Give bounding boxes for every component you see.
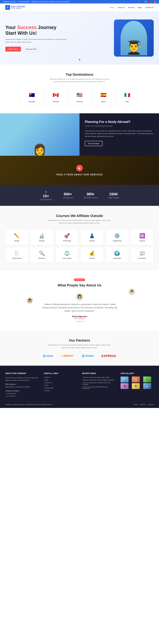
partners-title: Our Partners [5,338,154,342]
biology-icon: 🔬 [32,233,51,238]
course-law-order[interactable]: ⚖️ Law & Order [56,247,78,262]
stat-experience: ✈ 15+ Years Experience [40,190,52,200]
spain-label: Spain [97,100,110,102]
design-label: Design [8,240,26,242]
discover-more-button[interactable]: Discover More [22,47,40,52]
dest-italy[interactable]: 🇮🇹 Italy [116,88,138,105]
footer-nav-home[interactable]: Home [134,404,138,405]
admission-number: 98% [84,192,98,196]
visa-number: 500+ [63,192,73,196]
courses-subtitle: Suspendisse non commodo suspendisse soda… [46,219,112,224]
course-biology[interactable]: 🔬 Biology [30,230,53,245]
logo-text-block: EDU CENTER STUDY ABROAD [11,6,25,10]
play-button[interactable]: ▶ [76,165,83,171]
courses-title: Courses We Affiliate Outside [5,214,154,218]
hero-accent: Success [17,25,36,30]
partners-subtitle: Suspendisse non commodo suspendisse soda… [46,344,112,349]
footer-news: RECENT NEWS Nisl alus duis felis eu pede… [82,372,115,398]
footer-about-title: ABOUT OUR COMPANY [5,372,38,374]
technology-icon: 🚀 [58,233,76,238]
news-item-3[interactable]: How Your Brain May One Day Control Your … [82,382,115,385]
partner-iglobal: 🌐 iGlobal [82,354,94,358]
dest-australia[interactable]: 🇦🇺 Australia [21,88,42,105]
technology-label: Technology [58,240,76,242]
top-bar-contact: info@educentre.com +1 234-567-8124 1000 … [3,1,71,2]
food-inspect-icon: 🍴 [8,250,26,256]
nav-contact[interactable]: Contact Us [145,6,154,8]
dest-spain[interactable]: 🇪🇸 Spain [93,88,114,105]
footer-about: ABOUT OUR COMPANY Id porta at lorem vene… [5,372,38,398]
course-research[interactable]: 🔍 Research [30,247,53,262]
location-pin-icon: 📍 [78,59,81,62]
gallery-thumb-6[interactable]: 🏫 [143,383,151,389]
italy-flag: 🇮🇹 [123,91,131,99]
footer-link-sample[interactable]: Sample Page [44,387,77,389]
youtube-icon[interactable]: ▶ [148,0,150,3]
travel-logo-icon: 🌐 [43,354,46,358]
course-finance[interactable]: 💰 Finance [80,247,104,262]
phone2: (+1) 743-675-57 [5,395,16,397]
footer-office-label: Office Address : 4945 Willne St, Las Veg… [5,383,38,388]
dest-canada[interactable]: 🇨🇦 Canada [45,88,66,105]
gallery-thumb-1[interactable]: 🌊 [120,376,128,382]
nav-services[interactable]: Services [128,6,134,8]
footer-gallery: OUR GALLERY 🌊 🏛️ 🌿 🎓 📚 🏫 [120,372,154,398]
course-fashion[interactable]: 👗 Fashion [80,230,104,245]
canada-flag: 🇨🇦 [52,91,60,99]
linkedin-icon[interactable]: in [151,0,153,3]
course-journalism[interactable]: 📰 Journalism [131,247,154,262]
apply-online-button[interactable]: Apply Online [5,47,21,52]
nav-about[interactable]: About Us [118,6,125,8]
dest-america[interactable]: 🇺🇸 America [69,88,90,105]
gallery-thumb-2[interactable]: 🏛️ [132,376,140,382]
nav-blogs[interactable]: Blogs [138,6,142,8]
footer-links: USEFULL LINKS About Us Blogs Contact Us … [44,372,77,398]
footer-links-list: About Us Blogs Contact Us Home Sample Pa… [44,376,77,392]
gallery-thumb-5[interactable]: 📚 [132,383,140,389]
partner-travel: 🌐 travel [43,354,53,358]
law-order-label: Law & Order [58,258,76,259]
hero-content: Your Success JourneyStart With Us! Aliqu… [5,24,69,52]
stats-section: ✈ 15+ Years Experience 500+ Visa Approve… [0,185,159,206]
footer-link-about[interactable]: About Us [44,376,77,378]
beach-person-image: 👩 [33,143,46,156]
top-bar: info@educentre.com +1 234-567-8124 1000 … [0,0,159,4]
twitter-icon[interactable]: t [144,0,147,3]
footer-nav-about[interactable]: About Us [140,404,146,405]
news-item-4[interactable]: Tips For Improving Self Motivation And P… [82,386,115,389]
office-address: 4945 Willne St, Las Vegas, NV 89119 [5,386,30,388]
canada-label: Canada [49,100,62,102]
finance-label: Finance [83,258,101,259]
news-item-1[interactable]: Nisl alus duis felis eu pede mollis pret… [82,376,115,378]
course-engineering[interactable]: ⚙️ Engineering [106,230,128,245]
course-science[interactable]: ⚛️ Science [131,230,154,245]
view-packages-button[interactable]: View Packages [85,141,102,146]
googleplus-icon[interactable]: g+ [154,0,156,3]
footer-link-blogs[interactable]: Blogs [44,379,77,381]
footer-nav-services[interactable]: Services [148,404,154,405]
travel-logo-text: travel [46,354,53,357]
footer-link-home[interactable]: Home [44,384,77,386]
experience-number: 15+ [40,194,52,198]
gallery-thumb-4[interactable]: 🎓 [120,383,128,389]
course-design[interactable]: ✏️ Design [5,230,28,245]
facebook-icon[interactable]: f [141,0,144,3]
admission-label: Admission Success [84,197,98,199]
gallery-thumb-3[interactable]: 🌿 [143,376,151,382]
footer-grid: ABOUT OUR COMPANY Id porta at lorem vene… [5,372,154,398]
logo-icon: E [5,5,10,10]
footer-link-services[interactable]: Services [44,390,77,392]
express-logo-text: EXPRESS [102,354,116,358]
iglobal-logo-text: iGlobal [86,354,94,357]
science-label: Science [133,240,152,242]
america-label: America [73,100,86,102]
course-food-inspect[interactable]: 🍴 Food Inspect [5,247,28,262]
course-humanities[interactable]: 🌍 Humanities [106,247,128,262]
footer-link-contact[interactable]: Contact Us [44,382,77,384]
courses-grid: ✏️ Design 🔬 Biology 🚀 Technology 👗 Fashi… [5,230,154,262]
research-icon: 🔍 [32,250,51,256]
course-technology[interactable]: 🚀 Technology [56,230,78,245]
study-abroad-contact: Contact Us to Get Exciting Travel Plans [85,125,154,127]
nav-home[interactable]: Home [110,6,114,8]
news-item-2[interactable]: Aliquam porttitor with London College of… [82,379,115,381]
